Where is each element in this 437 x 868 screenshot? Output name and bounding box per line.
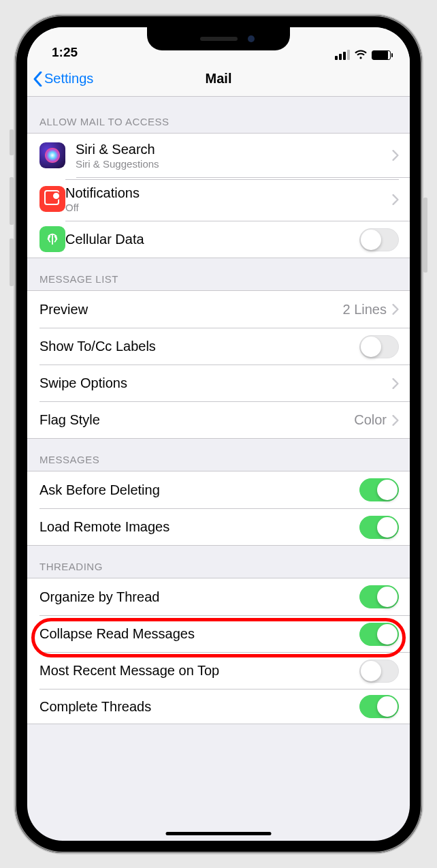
cell-title: Collapse Read Messages <box>39 626 359 642</box>
chevron-right-icon <box>392 415 399 426</box>
section-header-messages: Messages <box>27 439 410 471</box>
row-notifications[interactable]: Notifications Off <box>27 177 410 221</box>
cell-title: Swipe Options <box>39 375 392 391</box>
cellular-data-icon <box>39 226 65 252</box>
battery-icon <box>372 50 391 60</box>
siri-icon <box>39 142 65 168</box>
wifi-icon <box>354 50 368 60</box>
volume-down-button <box>10 238 14 286</box>
row-swipe-options[interactable]: Swipe Options <box>27 365 410 401</box>
screen: 1:25 Settings <box>27 27 410 841</box>
chevron-right-icon <box>392 304 399 315</box>
cell-value: Color <box>354 412 387 428</box>
toggle-show-tocc[interactable] <box>359 335 399 358</box>
toggle-ask-before-deleting[interactable] <box>359 478 399 501</box>
row-show-tocc[interactable]: Show To/Cc Labels <box>27 328 410 365</box>
toggle-complete-threads[interactable] <box>359 695 399 718</box>
group-threading: Organize by Thread Collapse Read Message… <box>27 578 410 724</box>
phone-shell: 1:25 Settings <box>15 15 422 853</box>
chevron-left-icon <box>33 72 43 87</box>
cell-subtitle: Siri & Suggestions <box>76 158 392 170</box>
chevron-right-icon <box>392 194 399 205</box>
chevron-right-icon <box>392 150 399 161</box>
row-complete-threads[interactable]: Complete Threads <box>27 689 410 724</box>
section-header-message-list: Message List <box>27 258 410 290</box>
status-icons <box>335 50 391 60</box>
row-flag-style[interactable]: Flag Style Color <box>27 401 410 438</box>
section-header-threading: Threading <box>27 546 410 578</box>
toggle-cellular-data[interactable] <box>359 228 399 251</box>
chevron-right-icon <box>392 378 399 389</box>
toggle-load-remote-images[interactable] <box>359 516 399 539</box>
cell-title: Complete Threads <box>39 699 359 715</box>
notch <box>147 27 290 50</box>
back-button[interactable]: Settings <box>33 71 93 87</box>
settings-content[interactable]: Allow Mail to Access Siri & Search Siri … <box>27 97 410 841</box>
toggle-collapse-read[interactable] <box>359 623 399 646</box>
device-frame: 1:25 Settings <box>0 0 437 868</box>
back-label: Settings <box>44 71 93 87</box>
mute-switch <box>10 129 14 155</box>
group-access: Siri & Search Siri & Suggestions <box>27 133 410 258</box>
row-siri-search[interactable]: Siri & Search Siri & Suggestions <box>27 134 410 177</box>
cell-title: Cellular Data <box>65 232 359 247</box>
status-time: 1:25 <box>52 45 78 60</box>
cell-title: Show To/Cc Labels <box>39 339 359 354</box>
row-load-remote-images[interactable]: Load Remote Images <box>27 508 410 545</box>
cell-title: Preview <box>39 302 343 317</box>
row-cellular-data[interactable]: Cellular Data <box>27 221 410 258</box>
row-most-recent-top[interactable]: Most Recent Message on Top <box>27 652 410 689</box>
group-message-list: Preview 2 Lines Show To/Cc Labels <box>27 290 410 439</box>
row-ask-before-deleting[interactable]: Ask Before Deleting <box>27 471 410 508</box>
notifications-icon <box>39 186 65 212</box>
row-collapse-read[interactable]: Collapse Read Messages <box>27 615 410 652</box>
cell-value: 2 Lines <box>343 302 387 317</box>
cellular-signal-icon <box>335 50 350 60</box>
cell-title: Load Remote Images <box>39 519 359 535</box>
cell-title: Siri & Search <box>76 142 392 157</box>
row-preview[interactable]: Preview 2 Lines <box>27 291 410 328</box>
row-organize-by-thread[interactable]: Organize by Thread <box>27 578 410 615</box>
cell-subtitle: Off <box>65 202 392 213</box>
cell-title: Organize by Thread <box>39 589 359 605</box>
nav-bar: Settings Mail <box>27 61 410 97</box>
toggle-most-recent-top[interactable] <box>359 660 399 683</box>
cell-title: Notifications <box>65 185 392 201</box>
volume-up-button <box>10 177 14 225</box>
power-button <box>423 198 427 273</box>
cell-title: Flag Style <box>39 412 354 428</box>
home-indicator[interactable] <box>166 832 272 835</box>
cell-title: Most Recent Message on Top <box>39 663 359 679</box>
section-header-access: Allow Mail to Access <box>27 97 410 133</box>
cell-title: Ask Before Deleting <box>39 482 359 498</box>
group-messages: Ask Before Deleting Load Remote Images <box>27 471 410 546</box>
toggle-organize-by-thread[interactable] <box>359 585 399 608</box>
